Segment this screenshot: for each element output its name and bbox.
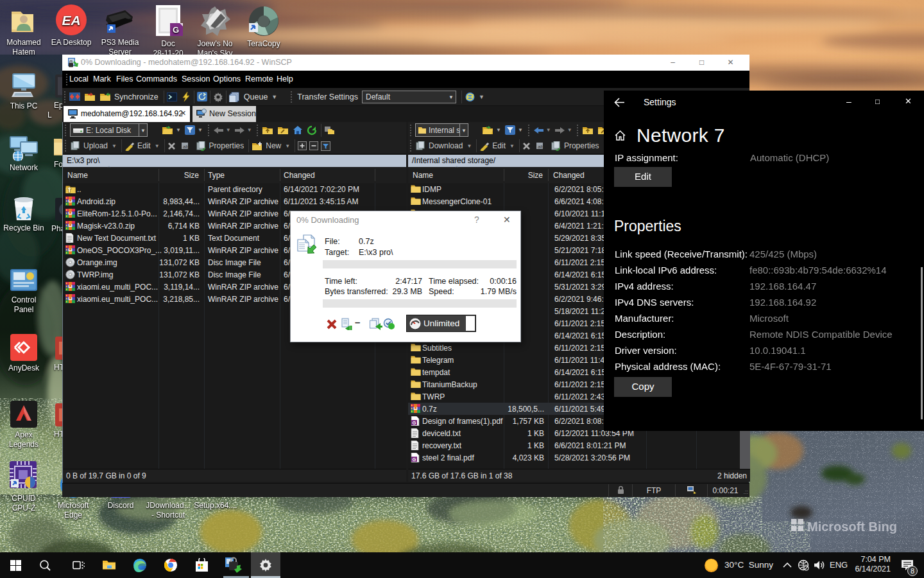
svg-text:ab: ab xyxy=(183,144,189,150)
svg-text:G: G xyxy=(413,420,416,426)
svg-text:ab: ab xyxy=(538,144,543,150)
svg-text:Microsoft Bing: Microsoft Bing xyxy=(807,520,897,534)
svg-text:G: G xyxy=(173,25,179,35)
svg-text:EA: EA xyxy=(62,13,80,28)
svg-text:G: G xyxy=(413,457,416,462)
